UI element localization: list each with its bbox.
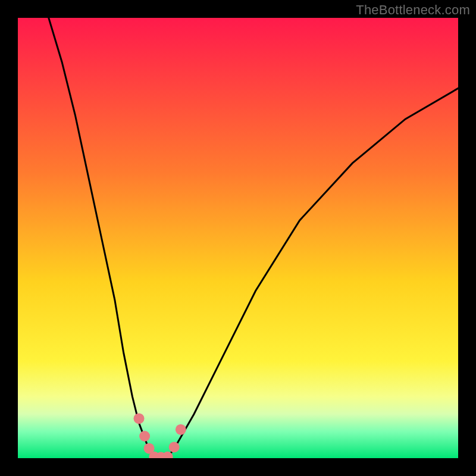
watermark-text: TheBottleneck.com <box>356 2 470 18</box>
background-gradient <box>18 18 458 458</box>
chart-frame: TheBottleneck.com <box>0 0 476 476</box>
svg-rect-0 <box>18 18 458 458</box>
plot-area <box>18 18 458 458</box>
